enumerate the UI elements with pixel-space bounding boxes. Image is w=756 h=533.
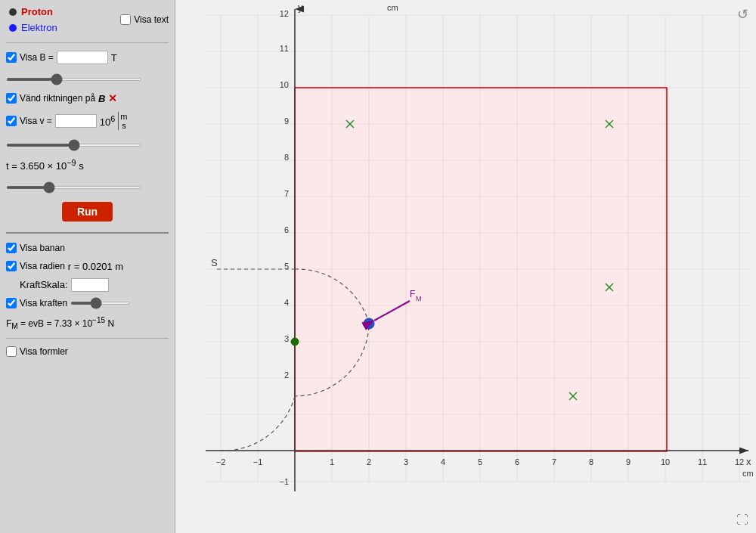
y-axis-unit: cm: [387, 3, 398, 12]
visa-b-slider[interactable]: [6, 78, 142, 81]
svg-text:7: 7: [552, 457, 556, 466]
kraftskala-label: KraftSkala:: [20, 279, 68, 290]
visa-radien-label: Visa radien: [20, 261, 65, 271]
visa-text-row: Visa text: [120, 14, 169, 25]
visa-b-row: Visa B = 0.003600 T: [6, 51, 169, 64]
svg-text:7: 7: [284, 189, 289, 198]
svg-text:3: 3: [284, 334, 289, 343]
svg-text:9: 9: [284, 116, 289, 126]
visa-banan-row: Visa banan: [6, 243, 169, 253]
svg-text:3: 3: [404, 457, 408, 466]
fm-formula-row: FM = evB = 7.33 × 10−15 N: [6, 316, 169, 330]
visa-radien-checkbox[interactable]: [6, 261, 17, 271]
x-axis-label: x: [746, 456, 751, 467]
particle-selector-row: Proton Elektron Visa text: [6, 5, 169, 35]
fm-sub: M: [11, 322, 17, 330]
visa-v-checkbox[interactable]: [6, 116, 17, 126]
svg-text:5: 5: [478, 457, 482, 466]
t-label: t = 3.650 × 10−9 s: [6, 158, 84, 172]
visa-b-checkbox[interactable]: [6, 52, 17, 63]
visa-formler-label: Visa formler: [20, 346, 68, 357]
visa-v-slider[interactable]: [6, 144, 142, 147]
visa-banan-label: Visa banan: [20, 243, 65, 253]
visa-kraften-checkbox[interactable]: [6, 298, 17, 308]
fm-arrow-sub: M: [416, 295, 422, 302]
svg-text:−1: −1: [253, 457, 263, 466]
electron-label: Elektron: [21, 22, 57, 33]
svg-text:8: 8: [589, 457, 593, 466]
divider-1: [6, 42, 169, 43]
visa-b-unit: T: [111, 52, 117, 64]
visa-v-label: Visa v =: [20, 116, 52, 126]
vand-row: Vänd riktningen på B ✕: [6, 92, 169, 104]
svg-text:2: 2: [367, 457, 371, 466]
fm-arrow-label: F: [410, 289, 415, 299]
svg-text:6: 6: [515, 457, 519, 466]
fm-exp: −15: [92, 316, 105, 324]
visa-text-checkbox[interactable]: [120, 14, 131, 25]
vand-cross: ✕: [108, 92, 117, 104]
particle-dot: [364, 318, 374, 329]
proton-selector[interactable]: Proton: [6, 5, 60, 19]
visa-v-input[interactable]: 12.710: [55, 114, 97, 128]
visa-v-exp: 106: [100, 114, 116, 128]
electron-dot: [9, 24, 17, 32]
visa-b-label: Visa B =: [20, 52, 54, 63]
svg-text:4: 4: [441, 457, 445, 466]
visa-formler-row: Visa formler: [6, 346, 169, 357]
vand-checkbox[interactable]: [6, 93, 17, 104]
divider-2: [6, 338, 169, 339]
svg-text:11: 11: [698, 457, 707, 466]
t-row: t = 3.650 × 10−9 s: [6, 158, 169, 172]
proton-label: Proton: [21, 6, 53, 17]
x-axis-unit: cm: [742, 469, 754, 478]
fm-label: FM = evB = 7.33 × 10−15 N: [6, 318, 114, 329]
center-dot: [291, 338, 299, 346]
svg-text:2: 2: [284, 370, 289, 380]
svg-text:12: 12: [280, 9, 289, 18]
svg-text:9: 9: [626, 457, 631, 466]
run-button[interactable]: Run: [62, 202, 113, 222]
visa-v-sup: 6: [110, 114, 115, 123]
kraftskala-row: KraftSkala: 150.0: [6, 278, 169, 292]
t-slider[interactable]: [6, 186, 142, 189]
visa-banan-checkbox[interactable]: [6, 243, 17, 253]
right-panel: x cm y cm −2 −1 1 2 3 4 5 6 7 8 9 10 11 …: [175, 0, 756, 533]
left-panel: Proton Elektron Visa text Visa B = 0.003…: [0, 0, 175, 533]
proton-dot: [9, 8, 17, 16]
graph-svg: x cm y cm −2 −1 1 2 3 4 5 6 7 8 9 10 11 …: [175, 0, 756, 533]
s-label: S: [211, 257, 218, 268]
t-slider-row: [6, 180, 169, 191]
svg-text:6: 6: [284, 225, 289, 234]
visa-kraften-slider[interactable]: [70, 302, 131, 305]
svg-text:12: 12: [735, 457, 744, 466]
visa-kraften-label: Visa kraften: [20, 298, 67, 308]
svg-text:10: 10: [280, 80, 289, 89]
svg-text:−2: −2: [216, 457, 226, 466]
electron-selector[interactable]: Elektron: [6, 20, 60, 35]
t-sup: −9: [67, 158, 76, 167]
visa-kraften-row: Visa kraften: [6, 298, 169, 308]
section-divider: [6, 232, 169, 234]
vand-bold-b: B: [98, 93, 105, 104]
visa-b-input[interactable]: 0.003600: [57, 51, 108, 64]
expand-button[interactable]: ⛶: [736, 513, 748, 527]
visa-v-unit: ms: [118, 112, 127, 130]
svg-text:−1: −1: [279, 477, 289, 486]
radien-value: r = 0.0201 m: [68, 261, 123, 272]
particle-selector: Proton Elektron: [6, 5, 60, 35]
y-axis-label: y: [298, 2, 303, 13]
visa-radien-row: Visa radien r = 0.0201 m: [6, 261, 169, 272]
svg-text:4: 4: [284, 298, 289, 307]
visa-formler-checkbox[interactable]: [6, 346, 17, 357]
svg-text:8: 8: [284, 153, 289, 162]
field-region: [295, 88, 667, 451]
kraftskala-input[interactable]: 150.0: [71, 278, 109, 292]
svg-text:10: 10: [661, 457, 670, 466]
visa-text-label: Visa text: [134, 14, 169, 25]
svg-text:1: 1: [330, 457, 334, 466]
visa-v-row: Visa v = 12.710 106 ms: [6, 112, 169, 130]
visa-b-slider-row: [6, 72, 169, 83]
reset-button[interactable]: ↺: [737, 6, 748, 23]
visa-v-slider-row: [6, 138, 169, 149]
